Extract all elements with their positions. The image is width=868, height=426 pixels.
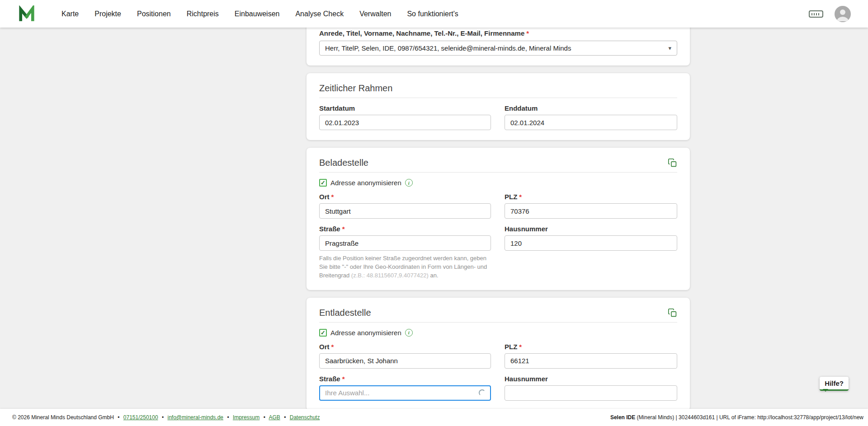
loading-ort-input[interactable]: [319, 203, 491, 219]
separator: •: [118, 414, 119, 421]
session-user-text: Selen IDE: [610, 414, 635, 421]
contact-label: Anrede, Titel, Vorname, Nachname, Tel.-N…: [319, 29, 677, 37]
hint-coords-text: (z.B.: 48.8115607,9.4077422): [351, 272, 429, 279]
loading-anonymize-row[interactable]: ✓ Adresse anonymisieren i: [319, 179, 677, 187]
required-asterisk: *: [342, 375, 345, 383]
anonymize-label: Adresse anonymisieren: [330, 179, 401, 187]
required-asterisk: *: [526, 29, 529, 37]
checkbox-checked-icon[interactable]: ✓: [319, 179, 327, 187]
help-button[interactable]: Hilfe?: [820, 377, 849, 391]
nav-item-positionen[interactable]: Positionen: [137, 10, 171, 18]
copy-icon[interactable]: [668, 308, 677, 318]
nav-right: [808, 6, 851, 22]
contact-select-value: Herr, TitelP, Selen, IDE, 0987/654321, s…: [325, 44, 571, 52]
checkbox-checked-icon[interactable]: ✓: [319, 329, 327, 337]
startdatum-field: Startdatum: [319, 104, 491, 130]
unloading-anonymize-row[interactable]: ✓ Adresse anonymisieren i: [319, 329, 677, 337]
avatar[interactable]: [835, 6, 851, 22]
contact-label-text: Anrede, Titel, Vorname, Nachname, Tel.-N…: [319, 29, 524, 37]
nav-item-karte[interactable]: Karte: [61, 10, 79, 18]
unloading-location-card: Entladestelle ✓ Adresse anonymisieren i …: [307, 298, 690, 409]
nav-item-so-funktionierts[interactable]: So funktioniert's: [407, 10, 458, 18]
required-asterisk: *: [331, 343, 334, 351]
card-title-beladestelle: Beladestelle: [319, 158, 368, 168]
ort-label-text: Ort: [319, 343, 330, 351]
footer-right: Selen IDE (Mineral Minds) | 30244603d161…: [610, 414, 863, 421]
footer-link-datenschutz[interactable]: Datenschutz: [290, 414, 320, 421]
loading-strasse-input[interactable]: [319, 235, 491, 251]
info-icon[interactable]: i: [405, 179, 413, 187]
copy-icon[interactable]: [668, 158, 677, 168]
nav-item-richtpreis[interactable]: Richtpreis: [187, 10, 219, 18]
logo-icon: [18, 5, 35, 23]
unloading-plz-field: PLZ*: [505, 343, 677, 369]
unloading-strasse-input[interactable]: [319, 385, 491, 401]
loading-location-card: Beladestelle ✓ Adresse anonymisieren i O…: [307, 148, 690, 290]
info-icon[interactable]: i: [405, 329, 413, 337]
strasse-label-text: Straße: [319, 375, 340, 383]
nav-item-einbauweisen[interactable]: Einbauweisen: [235, 10, 280, 18]
contact-select[interactable]: Herr, TitelP, Selen, IDE, 0987/654321, s…: [319, 41, 677, 56]
required-asterisk: *: [519, 343, 522, 351]
separator: •: [264, 414, 265, 421]
nav-item-verwalten[interactable]: Verwalten: [359, 10, 391, 18]
loading-spinner-icon: [479, 389, 486, 396]
loading-plz-input[interactable]: [505, 203, 677, 219]
ort-label-text: Ort: [319, 193, 330, 201]
footer-link-impressum[interactable]: Impressum: [233, 414, 259, 421]
hint-suffix-text: an.: [429, 272, 439, 279]
avatar-icon: [835, 6, 851, 22]
enddatum-input[interactable]: [505, 115, 677, 130]
unloading-plz-input[interactable]: [505, 353, 677, 369]
contact-card: Anrede, Titel, Vorname, Nachname, Tel.-N…: [307, 28, 690, 66]
session-info-text: (Mineral Minds) | 30244603d161 | URL of …: [635, 414, 863, 421]
logo[interactable]: [18, 5, 35, 23]
separator: •: [284, 414, 286, 421]
loading-strasse-field: Straße*: [319, 225, 491, 251]
anonymize-label: Adresse anonymisieren: [330, 329, 401, 337]
required-asterisk: *: [519, 193, 522, 201]
footer-link-phone[interactable]: 07151/250100: [123, 414, 158, 421]
loading-plz-label: PLZ*: [505, 193, 677, 201]
scale-icon[interactable]: [808, 9, 824, 19]
plz-label-text: PLZ: [505, 343, 517, 351]
separator: •: [162, 414, 164, 421]
unloading-strasse-field: Straße*: [319, 375, 491, 401]
enddatum-label: Enddatum: [505, 104, 677, 112]
top-nav: Karte Projekte Positionen Richtpreis Ein…: [0, 0, 868, 28]
unloading-ort-label: Ort*: [319, 343, 491, 351]
footer: © 2026 Mineral Minds Deutschland GmbH • …: [0, 409, 868, 426]
copyright-text: © 2026 Mineral Minds Deutschland GmbH: [12, 414, 114, 421]
unloading-hausnummer-label: Hausnummer: [505, 375, 677, 383]
unloading-hausnummer-input[interactable]: [505, 385, 677, 401]
loading-plz-field: PLZ*: [505, 193, 677, 219]
footer-left: © 2026 Mineral Minds Deutschland GmbH • …: [12, 414, 320, 421]
street-hint-text: Falls die Position keiner Straße zugeord…: [319, 254, 491, 280]
enddatum-field: Enddatum: [505, 104, 677, 130]
timeframe-card: Zeitlicher Rahmen Startdatum Enddatum: [307, 73, 690, 140]
separator: •: [227, 414, 229, 421]
plz-label-text: PLZ: [505, 193, 517, 201]
form-column: Anrede, Titel, Vorname, Nachname, Tel.-N…: [307, 28, 690, 409]
loading-hausnummer-label: Hausnummer: [505, 225, 677, 233]
loading-strasse-label: Straße*: [319, 225, 491, 233]
unloading-ort-input[interactable]: [319, 353, 491, 369]
nav-item-analyse-check[interactable]: Analyse Check: [295, 10, 344, 18]
footer-link-email[interactable]: info@mineral-minds.de: [167, 414, 223, 421]
chevron-down-icon: ▾: [668, 45, 671, 51]
unloading-plz-label: PLZ*: [505, 343, 677, 351]
loading-ort-label: Ort*: [319, 193, 491, 201]
loading-hausnummer-input[interactable]: [505, 235, 677, 251]
nav-item-projekte[interactable]: Projekte: [94, 10, 121, 18]
loading-hausnummer-field: Hausnummer: [505, 225, 677, 251]
startdatum-label: Startdatum: [319, 104, 491, 112]
content-area: Anrede, Titel, Vorname, Nachname, Tel.-N…: [0, 28, 868, 409]
unloading-hausnummer-field: Hausnummer: [505, 375, 677, 401]
strasse-label-text: Straße: [319, 225, 340, 233]
footer-link-agb[interactable]: AGB: [269, 414, 280, 421]
unloading-strasse-label: Straße*: [319, 375, 491, 383]
card-title-zeitlicher-rahmen: Zeitlicher Rahmen: [319, 83, 392, 94]
required-asterisk: *: [331, 193, 334, 201]
card-title-entladestelle: Entladestelle: [319, 308, 371, 318]
startdatum-input[interactable]: [319, 115, 491, 130]
